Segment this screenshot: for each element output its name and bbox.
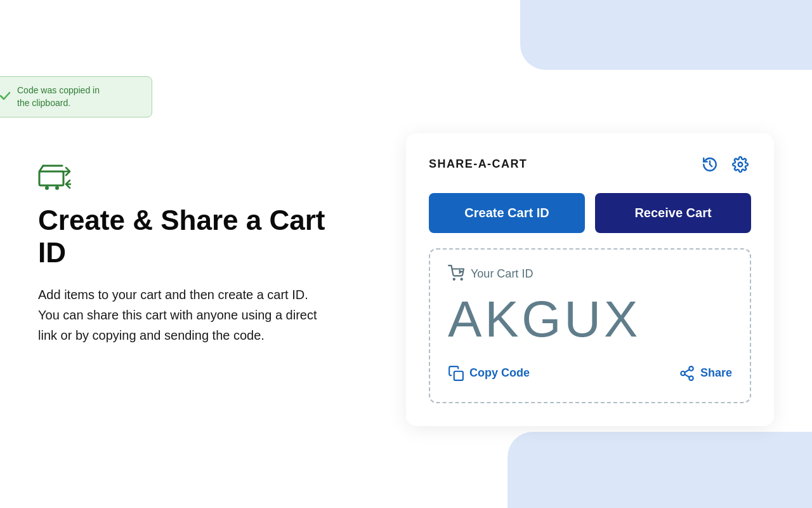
copy-code-button[interactable]: Copy Code [448, 363, 530, 384]
cart-id-label-row: Your Cart ID [448, 265, 732, 284]
cart-label-icon [448, 265, 464, 284]
hero-description: Add items to your cart and then create a… [38, 284, 330, 345]
svg-point-6 [454, 278, 455, 279]
svg-point-7 [461, 278, 462, 279]
app-panel: SHARE-A-CART [406, 133, 774, 426]
svg-rect-8 [454, 371, 463, 380]
svg-rect-0 [39, 171, 63, 185]
panel-icons [699, 154, 751, 175]
panel-title: SHARE-A-CART [429, 157, 527, 171]
share-icon [679, 365, 695, 382]
history-icon [702, 156, 718, 173]
copy-code-label: Copy Code [469, 366, 530, 380]
settings-button[interactable] [730, 154, 751, 175]
left-section: Create & Share a Cart ID Add items to yo… [0, 124, 368, 383]
cart-icon-green [38, 163, 330, 193]
svg-line-12 [684, 374, 689, 377]
cart-id-actions: Copy Code Share [448, 363, 732, 384]
cart-id-card: Your Cart ID AKGUX Copy Code [429, 248, 751, 403]
copy-icon [448, 365, 464, 382]
toast-message: Code was coppied in the clipboard. [17, 84, 100, 109]
svg-point-3 [45, 186, 49, 190]
toast-notification: Code was coppied in the clipboard. [0, 76, 152, 117]
svg-line-13 [684, 370, 689, 372]
cart-id-code: AKGUX [448, 294, 732, 345]
right-section: SHARE-A-CART [368, 83, 812, 426]
panel-header: SHARE-A-CART [429, 154, 751, 175]
svg-point-4 [55, 186, 59, 190]
share-button[interactable]: Share [679, 363, 732, 384]
create-cart-id-button[interactable]: Create Cart ID [429, 193, 585, 233]
svg-point-5 [738, 162, 743, 166]
action-buttons: Create Cart ID Receive Cart [429, 193, 751, 233]
history-button[interactable] [699, 154, 721, 175]
cart-id-label-text: Your Cart ID [471, 267, 533, 281]
hero-title: Create & Share a Cart ID [38, 204, 330, 269]
gear-icon [732, 156, 749, 173]
share-label: Share [700, 366, 732, 380]
receive-cart-button[interactable]: Receive Cart [595, 193, 751, 233]
toast-check-icon [0, 90, 11, 104]
